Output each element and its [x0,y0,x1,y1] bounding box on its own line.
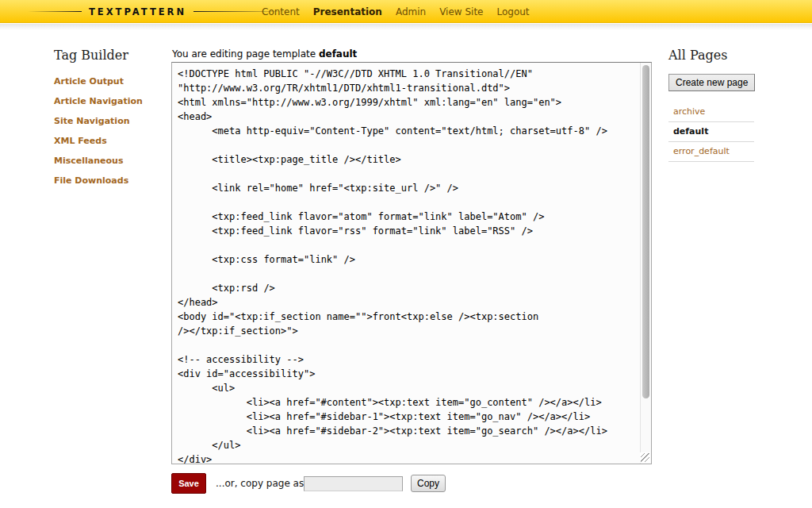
save-button[interactable]: Save [171,473,206,494]
tagbuilder-link-site-navigation[interactable]: Site Navigation [54,111,173,131]
editor-scrollbar[interactable] [640,63,651,464]
tagbuilder-link-file-downloads[interactable]: File Downloads [54,171,173,190]
copy-button[interactable]: Copy [411,475,446,492]
nav-tab-logout[interactable]: Logout [496,6,529,17]
scrollbar-thumb-icon[interactable] [642,65,649,398]
page-list-item: error_default [668,142,754,162]
tag-builder-title: Tag Builder [54,48,173,63]
page-list-item: default [668,122,754,142]
textpattern-logo: TEXTPATTERN [28,0,289,23]
editing-heading-prefix: You are editing page template [172,48,319,60]
logo-rule-left [28,11,82,12]
create-new-page-button[interactable]: Create new page [668,74,755,91]
resize-grip-icon[interactable] [640,452,650,463]
copy-page-name-input[interactable] [304,476,403,491]
nav-tab-content[interactable]: Content [262,6,300,17]
page-list-item: archive [668,102,754,122]
template-code-editor[interactable]: <!DOCTYPE html PUBLIC "-//W3C//DTD XHTML… [171,62,652,464]
tagbuilder-link-article-output[interactable]: Article Output [54,71,173,91]
all-pages-panel: All Pages Create new page archive defaul… [668,48,760,162]
page-link-error-default[interactable]: error_default [673,146,730,156]
logo-text: TEXTPATTERN [82,6,193,17]
copy-page-prompt: ...or, copy page as [216,478,304,489]
tagbuilder-link-article-navigation[interactable]: Article Navigation [54,91,173,111]
editing-template-name: default [319,48,357,60]
template-code: <!DOCTYPE html PUBLIC "-//W3C//DTD XHTML… [172,63,651,464]
page-link-archive[interactable]: archive [673,106,705,117]
tagbuilder-link-xml-feeds[interactable]: XML Feeds [54,131,173,151]
page: TEXTPATTERN Content Presentation Admin V… [0,0,812,508]
top-navigation-bar: TEXTPATTERN Content Presentation Admin V… [0,0,812,23]
all-pages-title: All Pages [668,48,760,63]
editing-heading: You are editing page template default [172,48,357,60]
page-current-default: default [673,126,708,137]
main-nav: Content Presentation Admin View Site Log… [262,0,530,23]
nav-tab-view-site[interactable]: View Site [439,6,483,17]
topbar-shadow [0,24,812,30]
page-list: archive default error_default [668,102,760,162]
nav-tab-admin[interactable]: Admin [396,6,426,17]
tag-builder-panel: Tag Builder Article Output Article Navig… [54,48,173,190]
nav-tab-presentation[interactable]: Presentation [313,6,382,17]
tagbuilder-link-miscellaneous[interactable]: Miscellaneous [54,151,173,171]
